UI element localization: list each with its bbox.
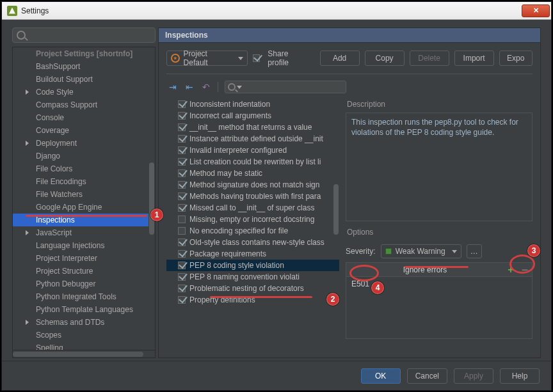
- inspection-item[interactable]: __init__ method that returns a value: [166, 122, 339, 133]
- help-button[interactable]: Help: [500, 368, 540, 384]
- checkbox-icon[interactable]: [178, 169, 186, 177]
- checkbox-icon[interactable]: [178, 146, 186, 154]
- tree-item[interactable]: Python Template Languages: [13, 303, 155, 316]
- inspection-list[interactable]: Inconsistent indentationIncorrect call a…: [166, 98, 339, 351]
- inspection-item-label: Inconsistent indentation: [189, 100, 270, 109]
- severity-more-button[interactable]: …: [467, 244, 482, 258]
- tree-item-label: File Colors: [36, 164, 72, 173]
- checkbox-icon[interactable]: [178, 285, 186, 292]
- tree-item-label: Spelling: [36, 343, 63, 350]
- tree-item[interactable]: Project Interpreter: [13, 252, 155, 265]
- checkbox-icon[interactable]: [178, 135, 186, 143]
- tree-item[interactable]: Buildout Support: [13, 73, 155, 86]
- add-button[interactable]: Add: [320, 51, 360, 66]
- checkbox-icon[interactable]: [178, 192, 186, 200]
- inspection-item-label: PEP 8 coding style violation: [189, 261, 284, 270]
- cancel-button[interactable]: Cancel: [407, 368, 447, 384]
- inspection-item[interactable]: Method may be static: [166, 168, 339, 179]
- severity-dropdown[interactable]: Weak Warning: [381, 244, 461, 258]
- settings-search-input[interactable]: [12, 27, 156, 43]
- export-button[interactable]: Expo: [499, 51, 533, 66]
- tree-item-label: Project Structure: [36, 267, 93, 276]
- tree-item[interactable]: File Encodings: [13, 175, 155, 188]
- inspection-item[interactable]: Invalid interpreter configured: [166, 145, 339, 156]
- checkbox-icon[interactable]: [178, 250, 186, 258]
- expand-all-icon[interactable]: ⇥: [166, 81, 179, 93]
- inspection-item[interactable]: Missing, empty or incorrect docstring: [166, 214, 339, 225]
- checkbox-icon[interactable]: [178, 227, 186, 235]
- window-close-button[interactable]: ✕: [522, 4, 550, 17]
- tree-item-label: Coverage: [36, 126, 69, 135]
- tree-item[interactable]: File Watchers: [13, 188, 155, 201]
- checkbox-icon[interactable]: [178, 273, 186, 281]
- tree-item[interactable]: Django: [13, 150, 155, 162]
- copy-button[interactable]: Copy: [365, 51, 405, 66]
- inspection-item-label: Instance attribute defined outside __ini…: [189, 134, 323, 143]
- tree-item-label: Scopes: [36, 331, 61, 340]
- share-profile-checkbox[interactable]: Share profile: [253, 49, 310, 67]
- tree-item-label: Language Injections: [36, 241, 104, 250]
- checkbox-icon[interactable]: [178, 123, 186, 131]
- checkbox-icon[interactable]: [178, 181, 186, 189]
- inspection-item[interactable]: No encoding specified for file: [166, 225, 339, 237]
- inspection-item[interactable]: List creation could be rewritten by list…: [166, 156, 339, 168]
- tree-item[interactable]: Python Debugger: [13, 278, 155, 290]
- inspection-scrollbar[interactable]: [333, 98, 339, 351]
- inspection-item[interactable]: Method signature does not match sign: [166, 179, 339, 191]
- inspection-item[interactable]: Package requirements: [166, 248, 339, 260]
- tree-item[interactable]: Spelling: [13, 341, 155, 350]
- tree-item[interactable]: Google App Engine: [13, 201, 155, 214]
- tree-item-label: Inspections: [36, 216, 75, 224]
- inspection-item[interactable]: Inconsistent indentation: [166, 98, 339, 110]
- share-profile-label: Share profile: [268, 49, 309, 67]
- tree-item[interactable]: Language Injections: [13, 239, 155, 252]
- tree-item[interactable]: Schemas and DTDs: [13, 316, 155, 329]
- inspection-item-label: Package requirements: [189, 249, 266, 258]
- dialog-footer: OK Cancel Apply Help: [2, 361, 551, 390]
- import-button[interactable]: Import: [454, 51, 494, 66]
- tree-item-label: Project Interpreter: [36, 254, 97, 263]
- checkbox-icon[interactable]: [178, 239, 186, 246]
- inspection-item[interactable]: PEP 8 naming convention violati: [166, 271, 339, 283]
- inspection-item[interactable]: Methods having troubles with first para: [166, 191, 339, 202]
- checkbox-icon[interactable]: [178, 262, 186, 269]
- checkbox-icon[interactable]: [178, 204, 186, 212]
- tree-item[interactable]: Python Integrated Tools: [13, 290, 155, 303]
- inspection-item[interactable]: Old-style class contains new-style class: [166, 237, 339, 248]
- inspection-filter-input[interactable]: [225, 81, 346, 93]
- annotation-underline-1: [26, 215, 147, 217]
- checkbox-icon[interactable]: [178, 112, 186, 120]
- checkbox-icon[interactable]: [178, 296, 186, 304]
- checkbox-icon[interactable]: [178, 216, 186, 223]
- reset-icon[interactable]: ↶: [200, 81, 212, 93]
- tree-item[interactable]: Project Structure: [13, 265, 155, 278]
- tree-item[interactable]: Scopes: [13, 329, 155, 341]
- inspection-item-label: List creation could be rewritten by list…: [189, 157, 321, 166]
- tree-item-label: JavaScript: [36, 228, 72, 237]
- checkbox-icon[interactable]: [178, 158, 186, 166]
- inspection-item[interactable]: Incorrect call arguments: [166, 110, 339, 122]
- tree-item[interactable]: File Colors: [13, 162, 155, 175]
- tree-h-scrollbar[interactable]: [12, 350, 156, 358]
- inspection-item[interactable]: Instance attribute defined outside __ini…: [166, 133, 339, 145]
- tree-item[interactable]: JavaScript: [13, 226, 155, 239]
- tree-item[interactable]: Coverage: [13, 124, 155, 137]
- tree-item[interactable]: Deployment: [13, 137, 155, 150]
- inspection-item[interactable]: Problematic nesting of decorators: [166, 283, 339, 294]
- ok-button[interactable]: OK: [361, 368, 401, 384]
- apply-button[interactable]: Apply: [454, 368, 493, 384]
- tree-item[interactable]: Console: [13, 111, 155, 124]
- delete-button[interactable]: Delete: [410, 51, 449, 66]
- tree-item-label: BashSupport: [36, 62, 80, 71]
- collapse-all-icon[interactable]: ⇤: [183, 81, 196, 93]
- inspection-item[interactable]: Missed call to __init__ of super class: [166, 202, 339, 214]
- tree-item[interactable]: Code Style: [13, 86, 155, 98]
- inspection-item[interactable]: PEP 8 coding style violation: [166, 260, 339, 271]
- checkbox-icon[interactable]: [178, 100, 186, 108]
- expand-arrow-icon: [26, 141, 29, 146]
- tree-item[interactable]: Compass Support: [13, 98, 155, 111]
- settings-tree[interactable]: Project Settings [shortnfo] BashSupportB…: [12, 47, 156, 350]
- profile-dropdown[interactable]: Project Default: [166, 51, 248, 66]
- tree-scrollbar[interactable]: [148, 47, 155, 350]
- tree-item[interactable]: BashSupport: [13, 60, 155, 73]
